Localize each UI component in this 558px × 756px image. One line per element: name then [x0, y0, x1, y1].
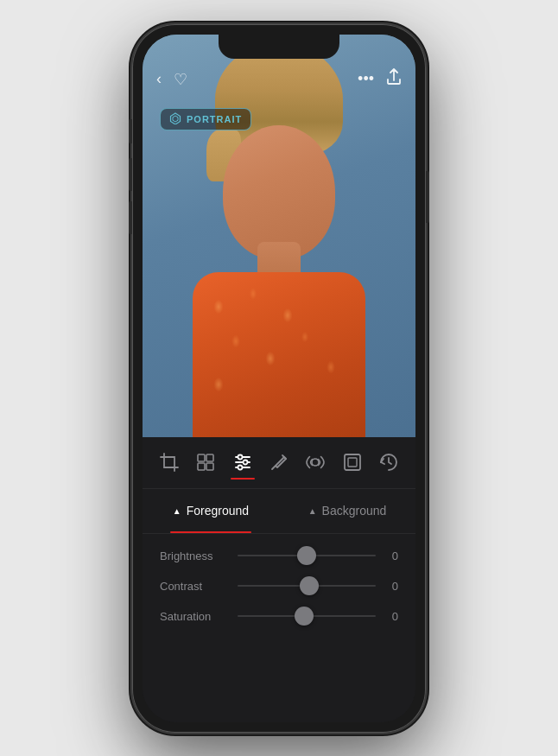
- auto-tool-button[interactable]: [187, 443, 224, 481]
- live-tool-button[interactable]: [297, 443, 333, 481]
- torso: [193, 272, 365, 462]
- svg-rect-0: [198, 454, 205, 461]
- saturation-thumb[interactable]: [295, 607, 314, 626]
- saturation-label: Saturation: [160, 610, 227, 623]
- contrast-row: Contrast 0: [143, 571, 415, 601]
- adjust-tool-button[interactable]: [225, 443, 261, 481]
- portrait-badge[interactable]: PORTRAIT: [160, 108, 251, 130]
- svg-point-9: [238, 466, 242, 470]
- contrast-label: Contrast: [160, 580, 227, 593]
- notch: [219, 35, 339, 59]
- brightness-label: Brightness: [160, 550, 227, 562]
- head: [223, 125, 335, 259]
- share-button[interactable]: [386, 68, 402, 90]
- pen-tool-button[interactable]: [261, 443, 297, 481]
- frame-tool-button[interactable]: [333, 443, 370, 481]
- svg-point-8: [243, 461, 247, 465]
- foreground-tab-icon: ▲: [173, 506, 181, 516]
- mute-button[interactable]: [129, 119, 132, 143]
- background-tab[interactable]: ▲ Background: [279, 489, 415, 533]
- segmentation-tabs: ▲ Foreground ▲ Background: [143, 489, 415, 534]
- top-bar-left: ‹ ♡: [156, 70, 187, 89]
- background-tab-label: Background: [322, 504, 387, 518]
- heart-button[interactable]: ♡: [174, 70, 187, 89]
- photo-area: ‹ ♡ •••: [143, 35, 415, 462]
- top-bar-right: •••: [358, 68, 402, 90]
- contrast-value: 0: [386, 580, 398, 593]
- photo-top-bar: ‹ ♡ •••: [143, 60, 415, 98]
- saturation-row: Saturation 0: [143, 601, 415, 632]
- subject: [184, 39, 374, 462]
- svg-rect-2: [198, 463, 205, 470]
- more-button[interactable]: •••: [358, 70, 374, 88]
- contrast-track[interactable]: [238, 585, 376, 587]
- brightness-track[interactable]: [238, 555, 376, 556]
- volume-down-button[interactable]: [129, 201, 132, 234]
- brightness-thumb[interactable]: [297, 546, 316, 565]
- portrait-badge-icon: [169, 112, 181, 126]
- foreground-tab[interactable]: ▲ Foreground: [143, 489, 279, 533]
- bottom-panel: ▲ Foreground ▲ Background Brightness 0: [143, 437, 415, 722]
- back-button[interactable]: ‹: [156, 70, 162, 88]
- portrait-badge-text: PORTRAIT: [187, 114, 242, 124]
- toolbar: [143, 437, 415, 489]
- svg-rect-11: [345, 454, 360, 470]
- volume-up-button[interactable]: [129, 158, 132, 191]
- saturation-value: 0: [386, 610, 398, 623]
- background-tab-icon: ▲: [308, 506, 317, 516]
- svg-point-10: [312, 459, 319, 466]
- phone-screen: ‹ ♡ •••: [143, 35, 415, 722]
- svg-rect-12: [348, 458, 357, 467]
- svg-rect-1: [206, 454, 213, 461]
- phone-frame: ‹ ♡ •••: [132, 24, 426, 733]
- sliders-area: Brightness 0 Contrast 0 Saturation: [143, 534, 415, 638]
- brightness-row: Brightness 0: [143, 541, 415, 571]
- svg-point-7: [238, 455, 242, 460]
- svg-rect-3: [206, 463, 213, 470]
- contrast-thumb[interactable]: [300, 576, 319, 595]
- foreground-tab-label: Foreground: [187, 504, 249, 518]
- power-button[interactable]: [426, 171, 429, 223]
- saturation-track[interactable]: [238, 615, 376, 617]
- brightness-value: 0: [386, 550, 398, 562]
- crop-tool-button[interactable]: [151, 443, 187, 481]
- history-tool-button[interactable]: [371, 443, 407, 481]
